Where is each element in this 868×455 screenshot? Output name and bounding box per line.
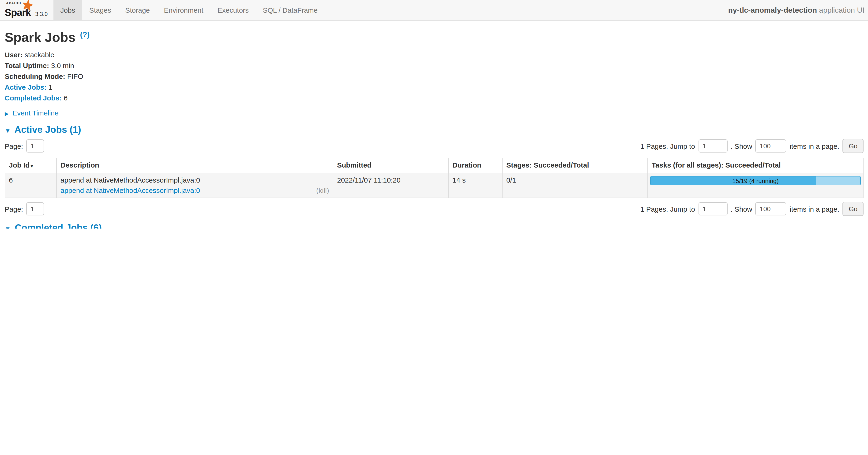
sort-desc-icon: ▾ [30, 163, 33, 169]
column-label: Job Id [9, 161, 30, 169]
go-button[interactable]: Go [843, 202, 864, 216]
job-description-cell: append at NativeMethodAccessorImpl.java:… [57, 173, 333, 198]
summary-scheduling-value: FIFO [67, 72, 83, 80]
tab-executors[interactable]: Executors [211, 0, 256, 20]
summary-user-label: User: [5, 51, 23, 59]
tasks-cell: 15/19 (4 running) [648, 173, 863, 198]
active-jobs-link[interactable]: Active Jobs: [5, 83, 46, 91]
jump-to-input[interactable] [698, 139, 727, 152]
help-link[interactable]: (?) [80, 30, 90, 38]
progress-label: 15/19 (4 running) [651, 176, 860, 185]
page-content: Spark Jobs (?) User: stackable Total Upt… [0, 30, 868, 229]
active-jobs-section-header[interactable]: ▼ Active Jobs (1) [5, 124, 864, 135]
summary-scheduling-label: Scheduling Mode: [5, 72, 65, 80]
duration-cell: 14 s [448, 173, 502, 198]
completed-jobs-link[interactable]: Completed Jobs: [5, 94, 62, 102]
tab-stages[interactable]: Stages [82, 0, 118, 20]
collapse-arrow-icon: ▼ [5, 225, 11, 229]
top-navbar: APACHE Spark 3.3.0 Jobs Stages Storage E… [0, 0, 868, 21]
items-per-page-input[interactable] [755, 139, 786, 152]
event-timeline-label: Event Timeline [12, 109, 59, 117]
spark-logo-text: Spark [5, 7, 31, 18]
application-name: ny-tlc-anomaly-detection [728, 6, 817, 14]
items-per-page-input[interactable] [755, 202, 786, 216]
spark-logo: APACHE Spark [5, 1, 32, 18]
submitted-cell: 2022/11/07 11:10:20 [333, 173, 448, 198]
summary-uptime-label: Total Uptime: [5, 61, 49, 69]
active-jobs-table: Job Id▾ Description Submitted Duration S… [5, 158, 864, 198]
pagination-active-top: Page: 1 Pages. Jump to . Show items in a… [5, 139, 864, 153]
pages-jump-text: 1 Pages. Jump to [641, 142, 695, 150]
pages-jump-text: 1 Pages. Jump to [641, 205, 695, 213]
collapse-arrow-icon: ▼ [5, 127, 11, 134]
summary-scheduling-mode: Scheduling Mode: FIFO [5, 72, 864, 81]
show-text: . Show [731, 205, 752, 213]
items-text: items in a page. [790, 205, 839, 213]
application-ui-suffix: application UI [819, 6, 865, 14]
nav-tabs: Jobs Stages Storage Environment Executor… [53, 0, 324, 20]
go-button[interactable]: Go [843, 139, 864, 153]
kill-link[interactable]: (kill) [316, 186, 329, 195]
tab-storage[interactable]: Storage [118, 0, 157, 20]
tab-environment[interactable]: Environment [157, 0, 210, 20]
spark-jobs-page: APACHE Spark 3.3.0 Jobs Stages Storage E… [0, 0, 868, 229]
tasks-progress-bar: 15/19 (4 running) [650, 176, 861, 186]
job-description-text: append at NativeMethodAccessorImpl.java:… [60, 175, 329, 185]
summary-user: User: stackable [5, 51, 864, 59]
column-header-stages[interactable]: Stages: Succeeded/Total [502, 158, 648, 173]
active-jobs-section-title: Active Jobs (1) [14, 124, 81, 135]
page-label: Page: [5, 142, 23, 150]
column-header-job-id[interactable]: Job Id▾ [5, 158, 57, 173]
table-header-row: Job Id▾ Description Submitted Duration S… [5, 158, 863, 173]
column-header-tasks[interactable]: Tasks (for all stages): Succeeded/Total [648, 158, 863, 173]
summary-completed-jobs: Completed Jobs: 6 [5, 94, 864, 102]
column-header-description[interactable]: Description [57, 158, 333, 173]
tab-sql-dataframe[interactable]: SQL / DataFrame [256, 0, 324, 20]
page-label: Page: [5, 205, 23, 213]
table-row: 6 append at NativeMethodAccessorImpl.jav… [5, 173, 863, 198]
summary-completed-value: 6 [64, 94, 68, 102]
pagination-active-bottom: Page: 1 Pages. Jump to . Show items in a… [5, 202, 864, 216]
application-title: ny-tlc-anomaly-detection application UI [728, 0, 868, 20]
spark-logo-link[interactable]: APACHE Spark 3.3.0 [0, 0, 53, 20]
job-summary-list: User: stackable Total Uptime: 3.0 min Sc… [5, 51, 864, 102]
job-detail-link[interactable]: append at NativeMethodAccessorImpl.java:… [60, 186, 200, 195]
summary-user-value: stackable [25, 51, 54, 59]
completed-jobs-section-title: Completed Jobs (6) [15, 223, 102, 229]
column-header-duration[interactable]: Duration [448, 158, 502, 173]
summary-uptime-value: 3.0 min [51, 61, 74, 69]
tab-jobs[interactable]: Jobs [53, 0, 82, 20]
show-text: . Show [731, 142, 752, 150]
summary-active-value: 1 [49, 83, 53, 91]
page-number-input[interactable] [26, 139, 44, 152]
summary-uptime: Total Uptime: 3.0 min [5, 61, 864, 70]
page-title-text: Spark Jobs [5, 30, 75, 45]
column-header-submitted[interactable]: Submitted [333, 158, 448, 173]
apache-label: APACHE [6, 1, 23, 5]
completed-jobs-section-header[interactable]: ▼ Completed Jobs (6) [5, 223, 864, 229]
event-timeline-toggle[interactable]: ▶ Event Timeline [5, 109, 864, 117]
spark-version: 3.3.0 [35, 11, 48, 18]
stages-cell: 0/1 [502, 173, 648, 198]
page-number-input[interactable] [26, 202, 44, 216]
jump-to-input[interactable] [698, 202, 727, 216]
job-id-cell: 6 [5, 173, 57, 198]
items-text: items in a page. [790, 142, 839, 150]
page-title: Spark Jobs (?) [5, 30, 864, 45]
expand-arrow-icon: ▶ [5, 111, 9, 116]
summary-active-jobs: Active Jobs: 1 [5, 83, 864, 91]
